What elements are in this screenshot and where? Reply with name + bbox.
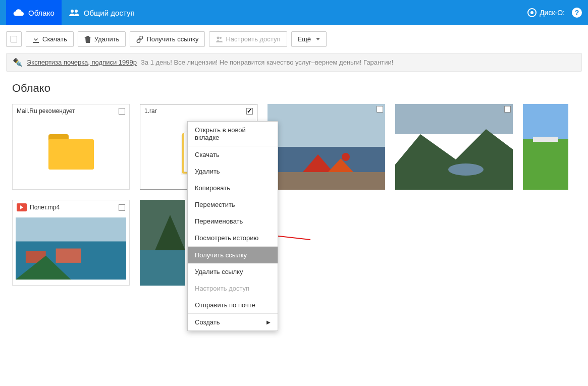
- card-recommend[interactable]: Mail.Ru рекомендует: [12, 104, 130, 190]
- users-icon: [69, 9, 80, 17]
- ctx-access[interactable]: Настроить доступ: [188, 280, 278, 286]
- video-thumbnail: [16, 217, 126, 280]
- image-thumbnail: [140, 200, 185, 286]
- download-button[interactable]: Скачать: [26, 31, 74, 47]
- image-thumbnail: [395, 104, 513, 190]
- svg-rect-23: [56, 249, 81, 263]
- svg-point-13: [342, 153, 350, 161]
- file-grid: Mail.Ru рекомендует 1.rar: [0, 104, 588, 286]
- ctx-rename[interactable]: Переименовать: [188, 213, 278, 230]
- delete-button[interactable]: Удалить: [78, 31, 126, 47]
- app-header: Облако Общий доступ Диск-О: ?: [0, 0, 588, 25]
- svg-point-0: [71, 10, 74, 13]
- disko-label: Диск-О:: [540, 9, 565, 17]
- context-menu: Открыть в новой вкладке Скачать Удалить …: [187, 121, 278, 286]
- cloud-icon: [13, 9, 24, 17]
- ctx-download[interactable]: Скачать: [188, 146, 278, 163]
- image-thumbnail: [268, 104, 385, 190]
- ctx-open-tab[interactable]: Открыть в новой вкладке: [188, 122, 278, 146]
- svg-text:?: ?: [575, 9, 579, 17]
- disko-button[interactable]: Диск-О:: [527, 8, 565, 17]
- video-icon: [17, 203, 27, 211]
- more-button[interactable]: Ещё: [291, 31, 327, 47]
- svg-rect-18: [523, 139, 568, 190]
- svg-point-6: [217, 36, 220, 39]
- svg-rect-8: [268, 104, 385, 147]
- card-checkbox[interactable]: [246, 108, 253, 115]
- svg-rect-14: [395, 104, 513, 134]
- access-label: Настроить доступ: [226, 35, 280, 43]
- svg-point-1: [75, 10, 78, 13]
- help-icon[interactable]: ?: [572, 8, 582, 18]
- promo-link[interactable]: Экспертиза почерка, подписи 1999р: [27, 59, 137, 66]
- card-video[interactable]: Полет.mp4: [12, 200, 130, 286]
- image-thumbnail: [523, 104, 568, 190]
- card-checkbox[interactable]: [504, 106, 511, 113]
- more-label: Ещё: [298, 35, 311, 43]
- download-icon: [32, 36, 39, 43]
- tab-shared[interactable]: Общий доступ: [62, 0, 142, 25]
- tab-shared-label: Общий доступ: [84, 9, 135, 17]
- card-title: Полет.mp4: [30, 204, 60, 211]
- svg-rect-17: [523, 104, 568, 139]
- svg-rect-26: [140, 250, 185, 286]
- users-small-icon: [216, 36, 223, 43]
- card-checkbox[interactable]: [119, 204, 125, 211]
- caret-down-icon: [316, 38, 320, 40]
- ctx-delete[interactable]: Удалить: [188, 163, 278, 180]
- download-label: Скачать: [42, 35, 67, 43]
- ctx-move[interactable]: Переместить: [188, 196, 278, 213]
- svg-rect-19: [533, 137, 558, 142]
- access-button[interactable]: Настроить доступ: [209, 31, 287, 47]
- get-link-label: Получить ссылку: [146, 35, 198, 43]
- delete-label: Удалить: [94, 35, 120, 43]
- tab-cloud[interactable]: Облако: [6, 0, 62, 25]
- card-checkbox[interactable]: [119, 108, 125, 115]
- card-image-1[interactable]: [268, 104, 385, 190]
- disko-icon: [527, 8, 537, 17]
- ctx-copy[interactable]: Копировать: [188, 180, 278, 196]
- link-icon: [136, 36, 143, 43]
- ctx-remove-link[interactable]: Удалить ссылку: [188, 263, 278, 280]
- page-title: Облако: [0, 79, 588, 104]
- card-image-2[interactable]: [395, 104, 513, 190]
- folder-icon: [48, 134, 94, 170]
- card-image-4[interactable]: [140, 200, 185, 286]
- card-title: Mail.Ru рекомендует: [17, 107, 75, 115]
- tab-cloud-label: Облако: [28, 9, 55, 17]
- svg-marker-15: [395, 129, 513, 190]
- get-link-button[interactable]: Получить ссылку: [130, 31, 205, 47]
- ctx-history[interactable]: Посмотреть историю: [188, 230, 278, 246]
- svg-point-16: [448, 163, 484, 176]
- svg-point-3: [531, 12, 533, 14]
- card-checkbox[interactable]: [377, 106, 383, 113]
- ctx-get-link[interactable]: Получить ссылку: [188, 246, 278, 263]
- card-image-3[interactable]: [523, 104, 568, 190]
- svg-rect-20: [16, 217, 126, 241]
- svg-point-7: [220, 37, 222, 39]
- pen-icon: ✒️: [13, 58, 23, 67]
- select-all-checkbox[interactable]: [6, 31, 22, 47]
- card-title: 1.rar: [144, 107, 157, 115]
- svg-rect-10: [268, 172, 385, 190]
- promo-banner: ✒️ Экспертиза почерка, подписи 1999р За …: [6, 53, 582, 72]
- toolbar: Скачать Удалить Получить ссылку Настроит…: [0, 25, 588, 53]
- promo-text: За 1 день! Все лицензии! Не понравится к…: [141, 59, 393, 66]
- trash-icon: [84, 36, 91, 43]
